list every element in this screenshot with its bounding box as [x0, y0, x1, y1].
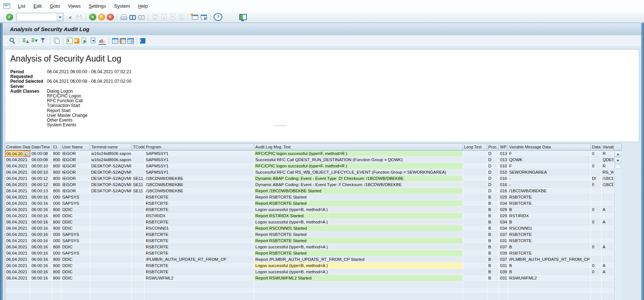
menu-edit[interactable]: Edit: [29, 2, 45, 10]
cell-variable-message-data[interactable]: B: [508, 269, 591, 275]
cell-long-text[interactable]: [463, 269, 487, 275]
command-field[interactable]: [16, 13, 63, 21]
cell-user-name[interactable]: SAPSYS: [61, 194, 90, 200]
cell-variab[interactable]: RS_W: [602, 169, 614, 175]
cell-creation-date[interactable]: 06.04.2021: [5, 232, 30, 238]
cell-terminal-name[interactable]: [90, 275, 132, 281]
cell-variable-message-data[interactable]: RSBTCRTE: [508, 200, 591, 207]
menu-views[interactable]: Views: [64, 2, 85, 10]
cell-cl[interactable]: 800: [52, 244, 61, 250]
cell-tcode[interactable]: SE11: [132, 175, 145, 182]
cell-program[interactable]: /1BCDWB/DBEKBE: [145, 175, 254, 182]
cell-tcode[interactable]: [132, 275, 145, 281]
cell-user-name[interactable]: IEGOR: [61, 169, 90, 175]
cell-audit-log-msg-text[interactable]: Logon successful (type=B, method=A ): [254, 263, 463, 269]
cell-data[interactable]: I!: [591, 182, 602, 188]
cell-date-time[interactable]: 06:00:16: [30, 275, 52, 281]
col-variab[interactable]: Variab: [602, 144, 614, 151]
system-menu-icon[interactable]: [3, 3, 10, 9]
cell-date-time[interactable]: 06:00:08: [30, 151, 52, 157]
cell-program[interactable]: RSBTCRTE: [145, 238, 254, 244]
cell-user-name[interactable]: IEGOR: [61, 188, 90, 194]
cell-creation-date[interactable]: 06.04.2021: [5, 256, 30, 263]
cell-terminal-name[interactable]: DESKTOP-S2AQVMI: [90, 175, 132, 182]
cell-wp[interactable]: 029: [499, 207, 508, 213]
cell-wp[interactable]: 031: [499, 275, 508, 281]
cell-cl[interactable]: 800: [52, 256, 61, 263]
cell-terminal-name[interactable]: [90, 238, 132, 244]
cell-variable-message-data[interactable]: RSBTCRTE: [508, 232, 591, 238]
cell-audit-log-msg-text[interactable]: Report RSBTCRTE Started: [254, 232, 463, 238]
cell-variab[interactable]: [602, 225, 614, 232]
cell-user-name[interactable]: SAPSYS: [61, 232, 90, 238]
splitter-handle[interactable]: [266, 123, 295, 128]
cell-cl[interactable]: 800: [52, 188, 61, 194]
cell-creation-date[interactable]: 06.04.2021: [5, 219, 30, 225]
cell-date-time[interactable]: 06:00:16: [30, 194, 52, 200]
cell-audit-log-msg-text[interactable]: Logon successful (type=B, method=A ): [254, 219, 463, 225]
cell-long-text[interactable]: [463, 232, 487, 238]
cell-tcode[interactable]: [132, 256, 145, 263]
cell-audit-log-msg-text[interactable]: Dynamic ABAP Coding: Event - Event Type:…: [254, 182, 463, 188]
cell-cl[interactable]: 800: [52, 207, 61, 213]
col-date-time[interactable]: Date/Time: [30, 144, 52, 151]
cell-user-name[interactable]: DDIC: [61, 263, 90, 269]
cell-cl[interactable]: 800: [52, 213, 61, 219]
cell-date-time[interactable]: 06:00:16: [30, 244, 52, 250]
cell-user-name[interactable]: DDIC: [61, 256, 90, 263]
cell-tcode[interactable]: [132, 232, 145, 238]
menu-list[interactable]: List: [14, 2, 29, 10]
cell-wp[interactable]: 029: [499, 194, 508, 200]
cell-tcode[interactable]: [132, 169, 145, 175]
cell-wp[interactable]: 039: [499, 269, 508, 275]
cell-program[interactable]: RSBTCRTE: [145, 207, 254, 213]
cell-wp[interactable]: 010: [499, 169, 508, 175]
cell-program[interactable]: RSBTCRTE: [145, 219, 254, 225]
cell-audit-log-msg-text[interactable]: Report RSBTCRTE Started: [254, 238, 463, 244]
cell-terminal-name[interactable]: [90, 244, 132, 250]
cell-program[interactable]: RSBTCRTE: [145, 244, 254, 250]
new-session-icon[interactable]: [191, 14, 199, 21]
cell-cl[interactable]: 000: [52, 232, 61, 238]
cell-wp[interactable]: 037: [499, 256, 508, 263]
cell-variab[interactable]: [602, 275, 614, 281]
cell-tcode[interactable]: [132, 269, 145, 275]
cell-terminal-name[interactable]: [90, 225, 132, 232]
scrollbar-thumb[interactable]: [615, 165, 621, 169]
cell-variab[interactable]: R: [602, 163, 614, 169]
back-icon[interactable]: «: [89, 14, 96, 21]
cell-variab[interactable]: /1BCD: [602, 182, 614, 188]
cell-variable-message-data[interactable]: RSBTCRTE: [508, 194, 591, 200]
cell-proc[interactable]: D: [487, 163, 499, 169]
cell-terminal-name[interactable]: DESKTOP-S2AQVMI: [90, 163, 132, 169]
cell-wp[interactable]: 034: [499, 219, 508, 225]
cell-creation-date[interactable]: 06.04.2021: [5, 200, 30, 207]
cell-user-name[interactable]: DDIC: [61, 225, 90, 232]
cell-long-text[interactable]: [463, 200, 487, 207]
cell-proc[interactable]: D: [487, 175, 499, 182]
cell-audit-log-msg-text[interactable]: Dynamic ABAP Coding: Event - Event Type:…: [254, 175, 463, 182]
cell-variable-message-data[interactable]: B: [508, 263, 591, 269]
cell-date-time[interactable]: 06:00:16: [30, 207, 52, 213]
cell-terminal-name[interactable]: DESKTOP-S2AQVMI: [90, 188, 132, 194]
possible-entries-icon[interactable]: [24, 151, 30, 156]
command-field-input[interactable]: [17, 13, 56, 21]
last-page-icon[interactable]: [178, 14, 185, 21]
cell-variab[interactable]: [602, 238, 614, 244]
cell-program[interactable]: SAPMSSY1: [145, 163, 254, 169]
cell-variab[interactable]: [602, 188, 614, 194]
cell-proc[interactable]: D: [487, 151, 499, 157]
cell-long-text[interactable]: [463, 275, 487, 281]
cell-creation-date[interactable]: 06.04.2021: [5, 194, 30, 200]
cell-tcode[interactable]: [132, 207, 145, 213]
cell-cl[interactable]: 800: [52, 182, 61, 188]
cell-user-name[interactable]: DDIC: [61, 213, 90, 219]
cell-variab[interactable]: [602, 256, 614, 263]
cell-proc[interactable]: B: [487, 232, 499, 238]
cell-date-time[interactable]: 06:00:16: [30, 219, 52, 225]
cell-creation-date[interactable]: 06.04.2021: [5, 250, 30, 256]
cell-program[interactable]: SAPMSSY1: [145, 157, 254, 163]
cell-variab[interactable]: QDES: [602, 157, 614, 163]
cell-variable-message-data[interactable]: F: [508, 163, 591, 169]
cell-audit-log-msg-text[interactable]: Report RSWUWFML2 Started: [254, 275, 463, 281]
